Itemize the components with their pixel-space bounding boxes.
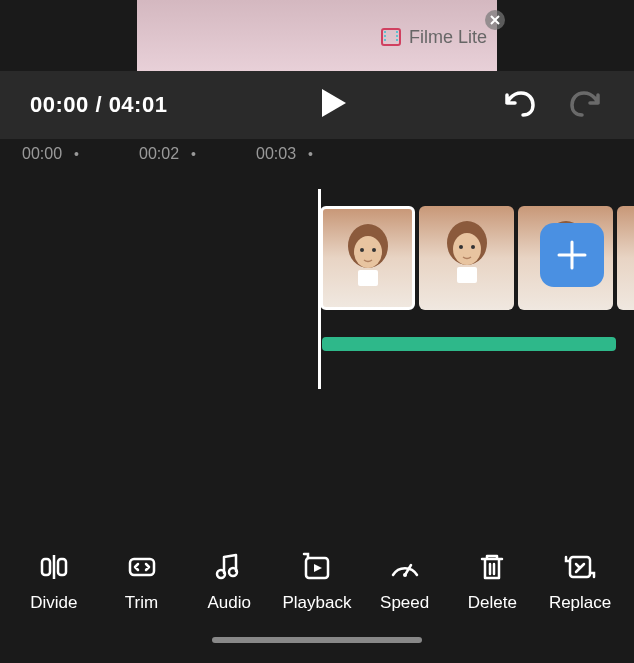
tools-bar: Divide Trim Audio Playback Speed Delete [0, 551, 634, 613]
delete-icon [476, 551, 508, 583]
svg-rect-5 [396, 35, 398, 37]
divide-button[interactable]: Divide [19, 551, 89, 613]
svg-rect-2 [384, 35, 386, 37]
video-clip[interactable] [419, 206, 514, 310]
tool-label: Audio [208, 593, 251, 613]
playback-controls: 00:00 / 04:01 [0, 71, 634, 139]
redo-button[interactable] [570, 89, 604, 121]
svg-rect-4 [396, 31, 398, 33]
ruler-tick: • [308, 146, 373, 162]
tool-label: Divide [30, 593, 77, 613]
svg-rect-3 [384, 39, 386, 41]
svg-point-15 [471, 245, 475, 249]
add-clip-button[interactable] [540, 223, 604, 287]
time-display: 00:00 / 04:01 [30, 92, 167, 118]
tool-label: Trim [125, 593, 158, 613]
audio-button[interactable]: Audio [194, 551, 264, 613]
replace-button[interactable]: Replace [545, 551, 615, 613]
replace-icon [564, 551, 596, 583]
svg-rect-23 [58, 559, 66, 575]
svg-point-13 [453, 233, 481, 265]
preview-frame[interactable]: Filme Lite [137, 0, 497, 71]
tool-label: Speed [380, 593, 429, 613]
video-preview: Filme Lite [0, 0, 634, 71]
watermark-text: Filme Lite [409, 27, 487, 48]
svg-point-8 [354, 236, 382, 268]
video-clip[interactable] [617, 206, 634, 310]
close-watermark-button[interactable] [485, 10, 505, 30]
timeline[interactable] [0, 169, 634, 409]
undo-button[interactable] [501, 89, 535, 121]
svg-point-14 [459, 245, 463, 249]
svg-rect-16 [457, 267, 477, 283]
ruler-tick: • [74, 146, 139, 162]
ruler-tick: • [191, 146, 256, 162]
ruler-mark: 00:00 [22, 145, 74, 163]
svg-rect-11 [358, 270, 378, 286]
total-time: 04:01 [109, 92, 168, 117]
speed-icon [389, 551, 421, 583]
watermark-badge: Filme Lite [379, 25, 487, 49]
divide-icon [38, 551, 70, 583]
time-separator: / [89, 92, 109, 117]
svg-rect-6 [396, 39, 398, 41]
svg-point-30 [403, 573, 407, 577]
delete-button[interactable]: Delete [457, 551, 527, 613]
timeline-ruler[interactable]: 00:00 • 00:02 • 00:03 • [0, 139, 634, 169]
ruler-mark: 00:03 [256, 145, 308, 163]
tool-label: Delete [468, 593, 517, 613]
svg-rect-22 [42, 559, 50, 575]
svg-point-9 [360, 248, 364, 252]
svg-point-26 [217, 570, 225, 578]
trim-icon [126, 551, 158, 583]
speed-button[interactable]: Speed [370, 551, 440, 613]
ruler-mark: 00:02 [139, 145, 191, 163]
playhead[interactable] [318, 189, 321, 389]
svg-rect-1 [384, 31, 386, 33]
home-indicator[interactable] [212, 637, 422, 643]
play-button[interactable] [320, 87, 348, 123]
playback-button[interactable]: Playback [282, 551, 352, 613]
svg-point-10 [372, 248, 376, 252]
current-time: 00:00 [30, 92, 89, 117]
tool-label: Replace [549, 593, 611, 613]
audio-icon [213, 551, 245, 583]
tool-label: Playback [282, 593, 351, 613]
film-icon [379, 25, 403, 49]
svg-rect-25 [130, 559, 154, 575]
svg-point-27 [229, 568, 237, 576]
audio-track[interactable] [322, 337, 616, 351]
video-clip-selected[interactable] [320, 206, 415, 310]
playback-icon [301, 551, 333, 583]
trim-button[interactable]: Trim [107, 551, 177, 613]
